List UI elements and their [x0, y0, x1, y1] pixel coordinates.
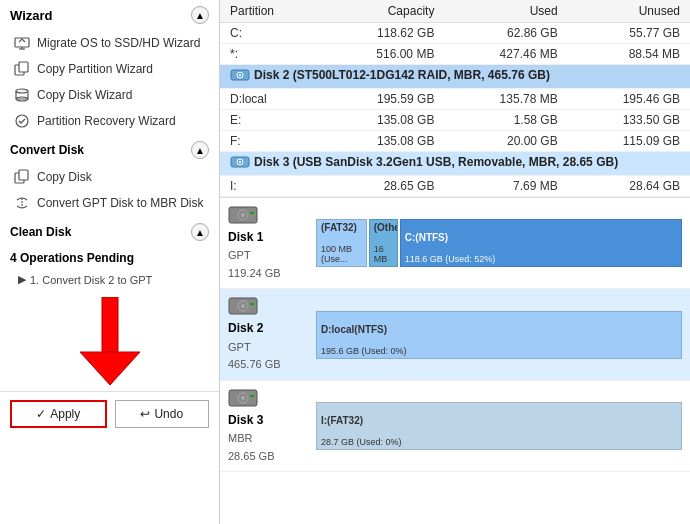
col-unused: Unused [568, 0, 690, 23]
svg-rect-27 [250, 303, 254, 305]
svg-point-8 [16, 115, 28, 127]
copy-partition-icon [14, 61, 30, 77]
table-row[interactable]: C:118.62 GB62.86 GB55.77 GB [220, 23, 690, 44]
cell-used: 7.69 MB [444, 176, 567, 197]
seg-label: (Other) [374, 222, 393, 233]
undo-button[interactable]: ↩ Undo [115, 400, 210, 428]
col-used: Used [444, 0, 567, 23]
disk-size-disk2: 465.76 GB [228, 358, 281, 370]
cell-used: 62.86 GB [444, 23, 567, 44]
partition-table-container: Partition Capacity Used Unused C:118.62 … [220, 0, 690, 197]
disk-header-row[interactable]: Disk 2 (ST500LT012-1DG142 RAID, MBR, 465… [220, 65, 690, 89]
clean-disk-section-header: Clean Disk ▲ [0, 218, 219, 246]
cell-used: 1.58 GB [444, 110, 567, 131]
pending-label: 4 Operations Pending [10, 251, 134, 265]
sidebar-item-copy-partition[interactable]: Copy Partition Wizard [0, 56, 219, 82]
clean-disk-collapse-btn[interactable]: ▲ [191, 223, 209, 241]
disk-drive-icon [228, 204, 258, 226]
sidebar-item-copy-disk[interactable]: Copy Disk Wizard [0, 82, 219, 108]
clean-disk-label: Clean Disk [10, 225, 71, 239]
cell-unused: 133.50 GB [568, 110, 690, 131]
svg-rect-10 [19, 170, 28, 180]
red-arrow-area [0, 289, 219, 391]
copy-disk-c-label: Copy Disk [37, 170, 92, 184]
wizard-section-header: Wizard ▲ [0, 0, 219, 30]
disk-bars-disk1: (FAT32)100 MB (Use...(Other)16 MBC:(NTFS… [316, 219, 682, 267]
cell-capacity: 135.08 GB [321, 110, 444, 131]
disk-visual-row-disk3[interactable]: Disk 3 MBR 28.65 GB I:(FAT32)28.7 GB (Us… [220, 381, 690, 472]
red-arrow-icon [75, 297, 145, 387]
disk-bars-disk3: I:(FAT32)28.7 GB (Used: 0%) [316, 402, 682, 450]
col-partition: Partition [220, 0, 321, 23]
disk-visual-row-disk1[interactable]: Disk 1 GPT 119.24 GB (FAT32)100 MB (Use.… [220, 198, 690, 289]
migrate-os-label: Migrate OS to SSD/HD Wizard [37, 36, 200, 50]
svg-point-30 [241, 396, 245, 400]
convert-gpt-mbr-label: Convert GPT Disk to MBR Disk [37, 196, 203, 210]
disk-header-label: Disk 2 (ST500LT012-1DG142 RAID, MBR, 465… [254, 68, 550, 82]
disk-type-disk3: MBR [228, 432, 252, 444]
disk-label-disk3: Disk 3 MBR 28.65 GB [228, 387, 308, 465]
svg-rect-12 [102, 297, 118, 352]
table-row[interactable]: I:28.65 GB7.69 MB28.64 GB [220, 176, 690, 197]
svg-point-26 [241, 304, 245, 308]
sidebar-item-copy-disk-c[interactable]: Copy Disk [0, 164, 219, 190]
seg-sub: 28.7 GB (Used: 0%) [321, 437, 677, 447]
disk-label-disk2: Disk 2 GPT 465.76 GB [228, 295, 308, 373]
partition-table: Partition Capacity Used Unused C:118.62 … [220, 0, 690, 197]
sidebar-item-partition-recovery[interactable]: Partition Recovery Wizard [0, 108, 219, 134]
sidebar-item-migrate-os[interactable]: Migrate OS to SSD/HD Wizard [0, 30, 219, 56]
table-row[interactable]: E:135.08 GB1.58 GB133.50 GB [220, 110, 690, 131]
disk-type-disk1: GPT [228, 249, 251, 261]
disk-segment-disk3-0[interactable]: I:(FAT32)28.7 GB (Used: 0%) [316, 402, 682, 450]
table-row[interactable]: *:516.00 MB427.46 MB88.54 MB [220, 44, 690, 65]
table-row[interactable]: D:local195.59 GB135.78 MB195.46 GB [220, 89, 690, 110]
disk-bars-disk2: D:local(NTFS)195.6 GB (Used: 0%) [316, 311, 682, 359]
svg-point-16 [239, 74, 241, 76]
disk-drive-icon [228, 295, 258, 317]
disk-name-disk2: Disk 2 [228, 321, 263, 335]
cell-used: 20.00 GB [444, 131, 567, 152]
sidebar: Wizard ▲ Migrate OS to SSD/HD Wizard Cop… [0, 0, 220, 524]
copy-disk-label: Copy Disk Wizard [37, 88, 132, 102]
disk-segment-disk1-2[interactable]: C:(NTFS)118.6 GB (Used: 52%) [400, 219, 682, 267]
seg-label: (FAT32) [321, 222, 362, 233]
convert-gpt-mbr-icon [14, 195, 30, 211]
apply-label: Apply [50, 407, 80, 421]
disk-size-disk1: 119.24 GB [228, 267, 281, 279]
copy-disk-icon [14, 87, 30, 103]
seg-label: I:(FAT32) [321, 415, 677, 426]
svg-rect-31 [250, 395, 254, 397]
copy-partition-label: Copy Partition Wizard [37, 62, 153, 76]
disk-segment-disk2-0[interactable]: D:local(NTFS)195.6 GB (Used: 0%) [316, 311, 682, 359]
cell-unused: 28.64 GB [568, 176, 690, 197]
expand-icon: ▶ [18, 273, 26, 286]
partition-recovery-label: Partition Recovery Wizard [37, 114, 176, 128]
apply-button[interactable]: ✓ Apply [10, 400, 107, 428]
partition-recovery-icon [14, 113, 30, 129]
cell-partition: D:local [220, 89, 321, 110]
seg-sub: 118.6 GB (Used: 52%) [405, 254, 677, 264]
cell-unused: 55.77 GB [568, 23, 690, 44]
disk-segment-disk1-0[interactable]: (FAT32)100 MB (Use... [316, 219, 367, 267]
cell-capacity: 516.00 MB [321, 44, 444, 65]
disk-segment-disk1-1[interactable]: (Other)16 MB [369, 219, 398, 267]
cell-partition: C: [220, 23, 321, 44]
disk-type-disk2: GPT [228, 341, 251, 353]
disk-name-disk1: Disk 1 [228, 230, 263, 244]
sidebar-bottom-buttons: ✓ Apply ↩ Undo [0, 391, 219, 436]
sidebar-item-convert-gpt-mbr[interactable]: Convert GPT Disk to MBR Disk [0, 190, 219, 216]
wizard-collapse-btn[interactable]: ▲ [191, 6, 209, 24]
disk-name-disk3: Disk 3 [228, 413, 263, 427]
seg-sub: 100 MB (Use... [321, 244, 362, 264]
disk-visual-row-disk2[interactable]: Disk 2 GPT 465.76 GB D:local(NTFS)195.6 … [220, 289, 690, 380]
table-row[interactable]: F:135.08 GB20.00 GB115.09 GB [220, 131, 690, 152]
disk-visual-area: Disk 1 GPT 119.24 GB (FAT32)100 MB (Use.… [220, 197, 690, 524]
cell-used: 135.78 MB [444, 89, 567, 110]
svg-rect-4 [19, 62, 28, 72]
disk-header-row[interactable]: Disk 3 (USB SanDisk 3.2Gen1 USB, Removab… [220, 152, 690, 176]
cell-partition: I: [220, 176, 321, 197]
disk-header-icon: Disk 3 (USB SanDisk 3.2Gen1 USB, Removab… [230, 155, 618, 169]
cell-capacity: 28.65 GB [321, 176, 444, 197]
convert-disk-collapse-btn[interactable]: ▲ [191, 141, 209, 159]
col-capacity: Capacity [321, 0, 444, 23]
